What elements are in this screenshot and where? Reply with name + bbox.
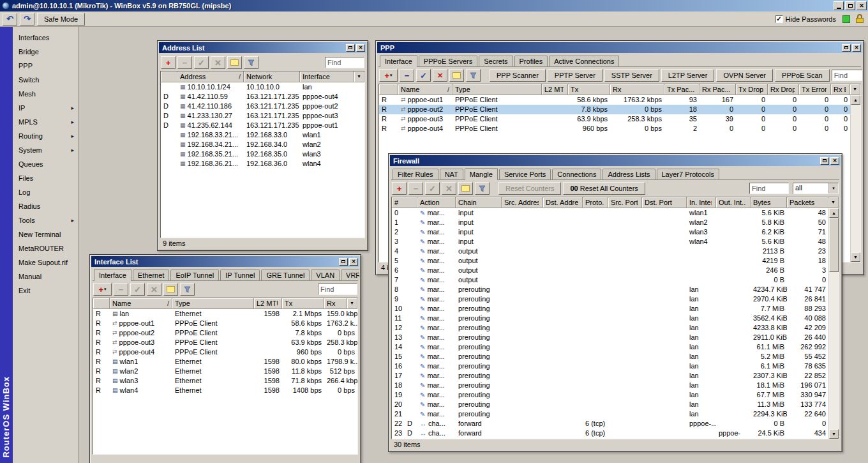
column-header[interactable]: Tx Errors: [799, 84, 831, 95]
column-header[interactable]: Name/: [110, 298, 172, 309]
find-input[interactable]: [318, 284, 357, 295]
close-button[interactable]: ✕: [852, 44, 861, 52]
column-header[interactable]: Rx: [324, 298, 347, 309]
firewall-rule-row[interactable]: 18 mar... prerouting lan 18.1 MiB 196 07: [392, 381, 828, 390]
column-header[interactable]: Tx Drops: [736, 84, 768, 95]
sidebar-item[interactable]: Interfaces: [13, 31, 78, 45]
ppp-toolbar-button[interactable]: L2TP Server: [661, 69, 715, 82]
tab[interactable]: PPPoE Servers: [419, 56, 477, 66]
comment-button[interactable]: [458, 182, 473, 195]
enable-button[interactable]: ✓: [416, 69, 431, 82]
tab[interactable]: Layer7 Protocols: [657, 169, 720, 179]
sidebar-item[interactable]: System ▸: [13, 143, 78, 157]
scroll-thumb[interactable]: [829, 218, 839, 272]
remove-button[interactable]: −: [114, 283, 128, 296]
interface-row[interactable]: R wlan3 Ethernet 1598 71.8 kbps 266.4 kb…: [93, 376, 357, 386]
comment-button[interactable]: [227, 56, 242, 69]
tab[interactable]: VLAN: [311, 269, 340, 280]
firewall-rule-row[interactable]: 0 mar... input wlan1 5.6 KiB 48: [392, 208, 828, 218]
tab[interactable]: GRE Tunnel: [261, 269, 310, 280]
column-header[interactable]: Src. Address: [502, 197, 543, 208]
restore-button[interactable]: [845, 1, 855, 10]
firewall-rule-row[interactable]: 4 mar... output 2113 B 23: [392, 247, 828, 256]
column-header[interactable]: Interface: [300, 72, 354, 82]
column-header[interactable]: Network: [244, 72, 300, 82]
sidebar-item[interactable]: Make Supout.rif: [13, 255, 78, 269]
ppp-interface-row[interactable]: R pppoe-out4 PPPoE Client 960 bps 0 bps …: [379, 124, 850, 133]
sidebar-item[interactable]: IP ▸: [13, 101, 78, 115]
address-row[interactable]: 192.168.35.21... 192.168.35.0 wlan3: [161, 149, 364, 159]
column-header[interactable]: Packets: [787, 197, 828, 208]
close-button[interactable]: ✕: [349, 258, 358, 266]
firewall-rule-row[interactable]: 10 mar... prerouting lan 7.7 MiB 88 293: [392, 304, 828, 314]
interface-row[interactable]: R wlan2 Ethernet 1598 11.8 kbps 512 bps: [93, 367, 357, 376]
firewall-rule-row[interactable]: 19 mar... prerouting lan 67.7 MiB 330 94: [392, 390, 828, 400]
sidebar-item[interactable]: Mesh: [13, 87, 78, 101]
column-header[interactable]: Out. Int...: [716, 197, 751, 208]
interface-row[interactable]: R pppoe-out2 PPPoE Client 7.8 kbps 0 bps: [93, 328, 357, 338]
sidebar-item[interactable]: MPLS ▸: [13, 115, 78, 129]
firewall-rule-row[interactable]: 15 mar... prerouting lan 5.2 MiB 55 452: [392, 352, 828, 361]
column-header[interactable]: Proto...: [583, 197, 608, 208]
flags-column-header[interactable]: [161, 72, 177, 82]
sidebar-item[interactable]: Routing ▸: [13, 129, 78, 143]
ppp-interface-row[interactable]: R pppoe-out2 PPPoE Client 7.8 kbps 0 bps…: [379, 105, 850, 114]
chain-filter-dropdown[interactable]: all ▾: [793, 183, 839, 194]
firewall-rule-row[interactable]: 16 mar... prerouting lan 6.1 MiB 78 635: [392, 361, 828, 371]
address-row[interactable]: D 41.42.110.186 163.121.171.235 pppoe-ou…: [161, 102, 364, 111]
tab[interactable]: Active Connections: [549, 56, 619, 66]
firewall-rule-row[interactable]: 12 mar... prerouting lan 4233.8 KiB 42 2: [392, 323, 828, 333]
scroll-up-button[interactable]: [829, 208, 839, 218]
tab[interactable]: Interface: [94, 269, 131, 281]
column-header[interactable]: In. Inter...: [687, 197, 716, 208]
interface-row[interactable]: R pppoe-out1 PPPoE Client 58.6 kbps 1763…: [93, 319, 357, 328]
tab[interactable]: Secrets: [479, 56, 513, 66]
column-header[interactable]: Type: [172, 298, 254, 309]
ppp-toolbar-button[interactable]: SSTP Server: [604, 69, 659, 82]
address-row[interactable]: 192.168.34.21... 192.168.34.0 wlan2: [161, 140, 364, 149]
column-header[interactable]: Rx Drops: [768, 84, 799, 95]
comment-button[interactable]: [163, 283, 178, 296]
scroll-up-button[interactable]: [851, 95, 860, 105]
firewall-rule-row[interactable]: 9 mar... prerouting lan 2970.4 KiB 26 84: [392, 294, 828, 304]
sidebar-item[interactable]: PPP: [13, 59, 78, 73]
tab[interactable]: Service Ports: [499, 169, 551, 179]
firewall-rule-row[interactable]: 21 mar... prerouting lan 2294.3 KiB 22 6: [392, 409, 828, 419]
column-chooser-button[interactable]: [828, 197, 839, 208]
ppp-interface-row[interactable]: R pppoe-out1 PPPoE Client 58.6 kbps 1763…: [379, 95, 850, 105]
remove-button[interactable]: −: [408, 182, 423, 195]
maximize-button[interactable]: [346, 44, 355, 52]
interface-row[interactable]: R wlan4 Ethernet 1598 1408 bps 0 bps: [93, 386, 357, 395]
address-row[interactable]: 192.168.33.21... 192.168.33.0 wlan1: [161, 130, 364, 140]
undo-button[interactable]: ↶: [3, 13, 17, 26]
redo-button[interactable]: ↷: [20, 13, 34, 26]
scroll-track[interactable]: [851, 105, 860, 252]
column-header[interactable]: Dst. Address: [543, 197, 583, 208]
sidebar-item[interactable]: Tools ▸: [13, 213, 78, 227]
tab[interactable]: IP Tunnel: [220, 269, 260, 280]
disable-button[interactable]: ✕: [433, 69, 447, 82]
tab[interactable]: Mangle: [465, 168, 498, 180]
firewall-rule-row[interactable]: 20 mar... prerouting lan 11.3 MiB 133 77: [392, 400, 828, 409]
app-titlebar[interactable]: admin@10.10.10.1 (MikroTik) - WinBox v5.…: [0, 0, 868, 11]
disable-button[interactable]: ✕: [442, 182, 456, 195]
address-row[interactable]: 192.168.36.21... 192.168.36.0 wlan4: [161, 159, 364, 169]
firewall-rule-row[interactable]: 23D cha... forward 6 (tcp) pppoe- 24.5 K…: [392, 429, 828, 438]
remove-button[interactable]: −: [177, 56, 192, 69]
find-input[interactable]: [832, 70, 862, 81]
ppp-toolbar-button[interactable]: PPP Scanner: [490, 69, 546, 82]
column-header[interactable]: Dst. Port: [642, 197, 687, 208]
find-input[interactable]: [325, 57, 364, 68]
tab[interactable]: Ethernet: [133, 269, 170, 280]
firewall-rule-row[interactable]: 5 mar... output 4219 B 18: [392, 256, 828, 266]
enable-button[interactable]: ✓: [425, 182, 440, 195]
column-header[interactable]: Type: [453, 84, 542, 95]
sidebar-item[interactable]: Queues: [13, 157, 78, 171]
disable-button[interactable]: ✕: [211, 56, 225, 69]
comment-button[interactable]: [449, 69, 464, 82]
firewall-rule-row[interactable]: 8 mar... prerouting lan 4234.7 KiB 41 74: [392, 285, 828, 294]
hide-passwords-checkbox[interactable]: ✓ Hide Passwords: [775, 15, 836, 23]
flags-column-header[interactable]: [379, 84, 398, 95]
firewall-rule-row[interactable]: 2 mar... input wlan3 6.2 KiB 71: [392, 227, 828, 237]
address-row[interactable]: D 41.42.110.59 163.121.171.235 pppoe-out…: [161, 92, 364, 102]
